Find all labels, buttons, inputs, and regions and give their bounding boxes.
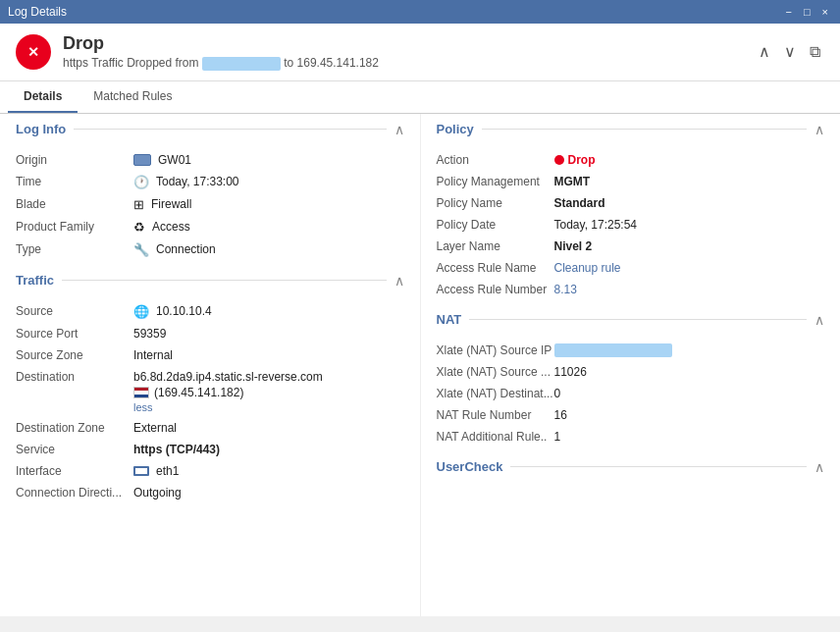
tool-icon: 🔧 bbox=[133, 242, 149, 257]
field-value-policy-management: MGMT bbox=[554, 175, 591, 188]
field-label-connection-direction: Connection Directi... bbox=[16, 486, 133, 500]
description-suffix: to 169.45.141.182 bbox=[284, 56, 379, 70]
field-label-source: Source bbox=[16, 304, 133, 318]
traffic-section: Traffic ∧ Source 🌐 10.10.10.4 Source Por… bbox=[0, 265, 420, 507]
field-label-origin: Origin bbox=[16, 153, 133, 167]
field-label-xlate-destination: Xlate (NAT) Destinat... bbox=[437, 387, 554, 400]
field-label-action: Action bbox=[437, 153, 554, 167]
field-nat-rule-number: NAT Rule Number 16 bbox=[437, 404, 825, 426]
field-label-destination-zone: Destination Zone bbox=[16, 421, 133, 435]
field-value-nat-additional-rule: 1 bbox=[554, 430, 561, 444]
field-label-layer-name: Layer Name bbox=[437, 239, 554, 253]
field-value-destination: b6.8d.2da9.ip4.static.sl-reverse.com (16… bbox=[133, 370, 323, 413]
field-policy-management: Policy Management MGMT bbox=[437, 171, 825, 192]
policy-toggle[interactable]: ∧ bbox=[814, 122, 824, 137]
nat-title: NAT bbox=[437, 312, 462, 327]
title-bar-title: Log Details bbox=[8, 5, 67, 19]
field-value-source-port: 59359 bbox=[133, 327, 166, 341]
traffic-toggle[interactable]: ∧ bbox=[394, 273, 404, 289]
close-button[interactable]: × bbox=[818, 6, 832, 18]
field-label-time: Time bbox=[16, 175, 133, 188]
field-interface: Interface eth1 bbox=[16, 460, 404, 482]
log-info-toggle[interactable]: ∧ bbox=[394, 122, 404, 137]
nav-up-button[interactable]: ∧ bbox=[755, 40, 774, 63]
field-label-type: Type bbox=[16, 242, 133, 256]
nat-toggle[interactable]: ∧ bbox=[814, 312, 824, 328]
field-time: Time 🕐 Today, 17:33:00 bbox=[16, 171, 404, 193]
maximize-button[interactable]: □ bbox=[800, 6, 814, 18]
field-value-policy-name: Standard bbox=[554, 196, 605, 210]
field-source: Source 🌐 10.10.10.4 bbox=[16, 300, 404, 323]
field-value-source-zone: Internal bbox=[133, 348, 173, 362]
blurred-nat-ip bbox=[554, 343, 672, 357]
usercheck-toggle[interactable]: ∧ bbox=[814, 459, 824, 475]
less-link[interactable]: less bbox=[133, 401, 323, 413]
drop-badge: Drop bbox=[554, 153, 596, 167]
header-title: Drop bbox=[63, 33, 379, 54]
nat-section: NAT ∧ Xlate (NAT) Source IP Xlate (NAT) … bbox=[421, 304, 841, 451]
field-label-service: Service bbox=[16, 443, 133, 456]
gw-icon bbox=[133, 154, 151, 166]
field-label-interface: Interface bbox=[16, 464, 133, 478]
action-value: Drop bbox=[568, 153, 596, 167]
field-access-rule-number: Access Rule Number 8.13 bbox=[437, 279, 825, 300]
field-xlate-source-ip: Xlate (NAT) Source IP bbox=[437, 340, 825, 361]
header: ✕ Drop https Traffic Dropped from to 169… bbox=[0, 24, 840, 81]
field-label-xlate-source-port: Xlate (NAT) Source ... bbox=[437, 365, 554, 379]
field-layer-name: Layer Name Nivel 2 bbox=[437, 236, 825, 257]
field-product-family: Product Family ♻ Access bbox=[16, 216, 404, 238]
policy-divider bbox=[482, 129, 807, 130]
traffic-title: Traffic bbox=[16, 273, 54, 288]
field-value-xlate-source-port: 11026 bbox=[554, 365, 587, 379]
header-text: Drop https Traffic Dropped from to 169.4… bbox=[63, 33, 379, 71]
field-source-port: Source Port 59359 bbox=[16, 323, 404, 344]
policy-header: Policy ∧ bbox=[437, 122, 825, 141]
field-destination-zone: Destination Zone External bbox=[16, 417, 404, 439]
field-value-interface: eth1 bbox=[133, 464, 179, 478]
field-value-xlate-destination: 0 bbox=[554, 387, 561, 400]
minimize-button[interactable]: − bbox=[781, 6, 795, 18]
log-info-title: Log Info bbox=[16, 122, 66, 136]
flag-netherlands-icon bbox=[133, 387, 149, 398]
blurred-source-ip bbox=[202, 57, 281, 71]
field-nat-additional-rule: NAT Additional Rule.. 1 bbox=[437, 426, 825, 448]
nav-down-button[interactable]: ∨ bbox=[780, 40, 800, 63]
field-value-access-rule-name[interactable]: Cleanup rule bbox=[554, 261, 621, 275]
field-value-layer-name: Nivel 2 bbox=[554, 239, 593, 253]
right-panel: Policy ∧ Action Drop Policy Management M… bbox=[421, 114, 841, 616]
grid-icon: ⊞ bbox=[133, 197, 144, 212]
header-controls: ∧ ∨ ⧉ bbox=[755, 40, 824, 63]
field-value-nat-rule-number: 16 bbox=[554, 408, 567, 422]
header-left: ✕ Drop https Traffic Dropped from to 169… bbox=[16, 33, 379, 71]
tab-details[interactable]: Details bbox=[8, 81, 78, 113]
field-label-xlate-source-ip: Xlate (NAT) Source IP bbox=[437, 343, 554, 357]
traffic-header: Traffic ∧ bbox=[16, 273, 404, 292]
field-type: Type 🔧 Connection bbox=[16, 238, 404, 261]
nat-divider bbox=[469, 319, 807, 320]
drop-dot-icon bbox=[554, 155, 564, 165]
field-value-blade: ⊞ Firewall bbox=[133, 197, 191, 212]
field-destination: Destination b6.8d.2da9.ip4.static.sl-rev… bbox=[16, 366, 404, 417]
field-value-xlate-source-ip bbox=[554, 343, 672, 357]
usercheck-section: UserCheck ∧ bbox=[421, 451, 841, 491]
field-label-access-rule-number: Access Rule Number bbox=[437, 283, 554, 296]
field-value-destination-zone: External bbox=[133, 421, 177, 435]
field-label-destination: Destination bbox=[16, 370, 133, 384]
nat-header: NAT ∧ bbox=[437, 312, 825, 332]
field-label-source-port: Source Port bbox=[16, 327, 133, 341]
field-value-access-rule-number[interactable]: 8.13 bbox=[554, 283, 577, 296]
field-connection-direction: Connection Directi... Outgoing bbox=[16, 482, 404, 503]
log-info-divider bbox=[74, 129, 386, 130]
usercheck-header: UserCheck ∧ bbox=[437, 459, 825, 479]
log-info-section: Log Info ∧ Origin GW01 Time 🕐 Today, 17:… bbox=[0, 114, 420, 265]
field-value-policy-date: Today, 17:25:54 bbox=[554, 218, 638, 232]
destination-ip-row: (169.45.141.182) bbox=[133, 386, 323, 399]
field-value-origin: GW01 bbox=[133, 153, 191, 167]
field-value-service: https (TCP/443) bbox=[133, 443, 220, 456]
content: Log Info ∧ Origin GW01 Time 🕐 Today, 17:… bbox=[0, 114, 840, 616]
copy-button[interactable]: ⧉ bbox=[806, 41, 824, 63]
field-value-source: 🌐 10.10.10.4 bbox=[133, 304, 212, 319]
tab-matched-rules[interactable]: Matched Rules bbox=[78, 81, 187, 113]
field-xlate-source-port: Xlate (NAT) Source ... 11026 bbox=[437, 361, 825, 383]
tabs: Details Matched Rules bbox=[0, 81, 840, 114]
